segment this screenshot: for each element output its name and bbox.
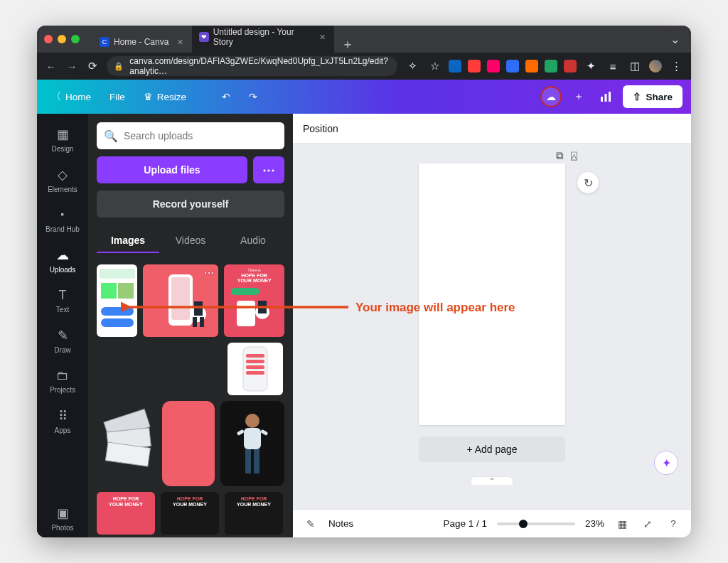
- left-rail: ▦Design ◇Elements 🞍Brand Hub ☁Uploads TT…: [37, 114, 88, 537]
- share-label: Share: [646, 92, 673, 102]
- search-input[interactable]: [124, 130, 277, 141]
- notes-button[interactable]: Notes: [328, 518, 353, 529]
- new-tab-button[interactable]: ＋: [334, 36, 361, 53]
- svg-rect-16: [258, 301, 267, 313]
- side-panel-icon[interactable]: ◫: [627, 60, 643, 73]
- kebab-menu-icon[interactable]: ⋮: [668, 60, 684, 73]
- browser-tab[interactable]: C Home - Canva ✕: [92, 31, 192, 53]
- minimize-window-button[interactable]: [58, 35, 66, 43]
- address-bar[interactable]: 🔒 canva.com/design/DAFlA3gZWEc/KwqNed0Up…: [107, 56, 397, 76]
- upload-thumb[interactable]: HOPE FOR YOUR MONEY: [161, 492, 219, 535]
- close-tab-icon[interactable]: ✕: [319, 33, 326, 42]
- duplicate-page-icon[interactable]: ⧉: [556, 149, 564, 162]
- resize-menu[interactable]: ♛ Resize: [138, 87, 192, 107]
- search-uploads[interactable]: 🔍: [97, 122, 284, 149]
- position-button[interactable]: Position: [303, 123, 338, 134]
- thumb-text: YOUR MONEY: [237, 278, 272, 284]
- extension-icon[interactable]: [525, 60, 538, 73]
- upload-thumb[interactable]: [97, 264, 137, 337]
- upload-thumb[interactable]: [162, 343, 222, 395]
- upload-thumb[interactable]: [228, 343, 283, 395]
- help-icon[interactable]: ?: [665, 518, 681, 529]
- analytics-icon[interactable]: [596, 87, 616, 107]
- upload-thumb[interactable]: HOPE FOR YOUR MONEY: [225, 492, 283, 535]
- svg-rect-20: [246, 360, 264, 363]
- briefcase-icon: 🞍: [60, 208, 66, 222]
- zoom-value[interactable]: 23%: [585, 518, 604, 529]
- svg-rect-3: [100, 269, 135, 279]
- extensions-menu-icon[interactable]: ✦: [583, 60, 599, 73]
- upload-thumb[interactable]: [97, 401, 156, 486]
- svg-rect-7: [101, 318, 134, 327]
- search-icon: 🔍: [104, 129, 118, 143]
- thumb-text: There is: [248, 269, 261, 273]
- rail-elements[interactable]: ◇Elements: [40, 161, 85, 199]
- cloud-sync-icon[interactable]: ☁: [540, 86, 562, 107]
- extension-icon[interactable]: [449, 60, 461, 73]
- file-menu[interactable]: File: [104, 87, 131, 107]
- redo-button[interactable]: ↷: [243, 87, 263, 107]
- rail-design[interactable]: ▦Design: [40, 121, 85, 159]
- zoom-knob[interactable]: [519, 520, 528, 528]
- svg-rect-2: [609, 92, 611, 102]
- record-yourself-button[interactable]: Record yourself: [97, 191, 284, 218]
- rail-projects[interactable]: 🗀Projects: [40, 363, 85, 400]
- extension-icon[interactable]: [468, 60, 481, 73]
- stage[interactable]: ⧉ ⍓ ↻ + Add page ✦ ⌃: [293, 144, 691, 509]
- close-window-button[interactable]: [44, 35, 53, 43]
- undo-button[interactable]: ↶: [216, 87, 236, 107]
- thumb-options-icon[interactable]: ⋯: [204, 267, 214, 279]
- grid-view-icon[interactable]: ▦: [614, 518, 630, 530]
- rail-photos[interactable]: ▣Photos: [40, 500, 85, 537]
- uploads-subtabs: Images Videos Audio: [97, 229, 284, 253]
- fullscreen-icon[interactable]: ⤢: [640, 518, 655, 530]
- page-indicator[interactable]: Page 1 / 1: [443, 518, 487, 529]
- rail-apps[interactable]: ⠿Apps: [40, 402, 85, 440]
- share-page-icon[interactable]: ✧: [405, 60, 420, 73]
- magic-ai-button[interactable]: ✦: [654, 451, 678, 475]
- extension-icon[interactable]: [545, 60, 557, 73]
- extension-icon[interactable]: [506, 60, 519, 73]
- tab-overflow-button[interactable]: ⌄: [666, 33, 684, 46]
- upload-thumb[interactable]: HOPE FOR YOUR MONEY: [97, 492, 155, 535]
- back-home-button[interactable]: 〈 Home: [46, 86, 97, 107]
- refresh-page-button[interactable]: ↻: [577, 172, 599, 193]
- add-page-button[interactable]: + Add page: [419, 436, 565, 462]
- rail-brand-hub[interactable]: 🞍Brand Hub: [40, 202, 85, 239]
- uploads-gallery[interactable]: ⋯ There is HOPE FOR YOUR MONEY: [97, 260, 284, 537]
- share-button[interactable]: ⇧ Share: [623, 85, 682, 108]
- reading-list-icon[interactable]: ≡: [605, 60, 621, 73]
- design-page[interactable]: [419, 163, 565, 425]
- expand-pages-button[interactable]: ⌃: [471, 476, 513, 485]
- rail-draw[interactable]: ✎Draw: [40, 322, 85, 360]
- upload-thumb[interactable]: [220, 401, 284, 486]
- upload-more-button[interactable]: ⋯: [253, 156, 284, 183]
- upload-thumb[interactable]: [162, 401, 215, 486]
- extension-icon[interactable]: [487, 60, 500, 73]
- home-label: Home: [65, 92, 91, 102]
- rail-text[interactable]: TText: [40, 282, 85, 319]
- close-tab-icon[interactable]: ✕: [177, 38, 183, 47]
- add-button[interactable]: ＋: [569, 87, 589, 107]
- extension-icon[interactable]: [564, 60, 577, 73]
- upload-thumb[interactable]: There is HOPE FOR YOUR MONEY: [224, 264, 284, 337]
- add-page-icon[interactable]: ⍓: [571, 149, 577, 162]
- subtab-audio[interactable]: Audio: [222, 229, 284, 253]
- url-bar-row: ← → ⟳ 🔒 canva.com/design/DAFlA3gZWEc/Kwq…: [37, 53, 691, 80]
- subtab-images[interactable]: Images: [97, 229, 159, 253]
- browser-tab-active[interactable]: ❤ Untitled design - Your Story ✕: [192, 26, 334, 53]
- upload-thumb[interactable]: ⋯: [143, 264, 218, 337]
- zoom-slider[interactable]: [497, 522, 575, 525]
- subtab-videos[interactable]: Videos: [159, 229, 222, 253]
- bookmark-icon[interactable]: ☆: [427, 60, 442, 73]
- upload-files-button[interactable]: Upload files: [97, 156, 247, 183]
- rail-uploads[interactable]: ☁Uploads: [40, 242, 85, 279]
- svg-rect-5: [118, 283, 134, 299]
- back-button[interactable]: ←: [44, 60, 58, 73]
- forward-button[interactable]: →: [65, 60, 78, 73]
- upload-thumb[interactable]: [97, 343, 156, 395]
- notes-icon[interactable]: ✎: [303, 518, 318, 530]
- reload-button[interactable]: ⟳: [86, 60, 100, 73]
- maximize-window-button[interactable]: [71, 35, 80, 43]
- profile-avatar[interactable]: [649, 60, 662, 73]
